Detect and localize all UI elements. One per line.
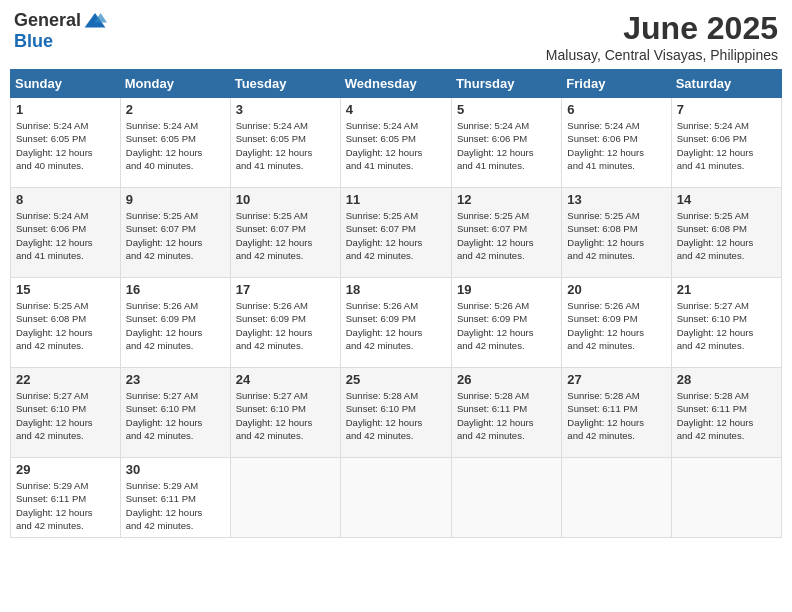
day-number: 27 [567,372,665,387]
table-row: 4Sunrise: 5:24 AM Sunset: 6:05 PM Daylig… [340,98,451,188]
day-number: 18 [346,282,446,297]
day-number: 23 [126,372,225,387]
day-number: 30 [126,462,225,477]
table-row [562,458,671,538]
day-number: 3 [236,102,335,117]
day-info: Sunrise: 5:26 AM Sunset: 6:09 PM Dayligh… [346,299,446,352]
table-row: 16Sunrise: 5:26 AM Sunset: 6:09 PM Dayli… [120,278,230,368]
calendar-table: Sunday Monday Tuesday Wednesday Thursday… [10,69,782,538]
day-info: Sunrise: 5:24 AM Sunset: 6:06 PM Dayligh… [457,119,556,172]
table-row: 15Sunrise: 5:25 AM Sunset: 6:08 PM Dayli… [11,278,121,368]
day-number: 11 [346,192,446,207]
day-number: 28 [677,372,776,387]
header-friday: Friday [562,70,671,98]
day-info: Sunrise: 5:24 AM Sunset: 6:05 PM Dayligh… [126,119,225,172]
month-title: June 2025 [546,10,778,47]
day-info: Sunrise: 5:28 AM Sunset: 6:11 PM Dayligh… [677,389,776,442]
day-number: 25 [346,372,446,387]
day-info: Sunrise: 5:29 AM Sunset: 6:11 PM Dayligh… [126,479,225,532]
day-number: 29 [16,462,115,477]
day-number: 20 [567,282,665,297]
table-row: 24Sunrise: 5:27 AM Sunset: 6:10 PM Dayli… [230,368,340,458]
day-info: Sunrise: 5:25 AM Sunset: 6:07 PM Dayligh… [126,209,225,262]
day-info: Sunrise: 5:25 AM Sunset: 6:08 PM Dayligh… [677,209,776,262]
day-info: Sunrise: 5:25 AM Sunset: 6:07 PM Dayligh… [346,209,446,262]
day-number: 10 [236,192,335,207]
day-number: 12 [457,192,556,207]
table-row: 23Sunrise: 5:27 AM Sunset: 6:10 PM Dayli… [120,368,230,458]
table-row [230,458,340,538]
day-number: 14 [677,192,776,207]
table-row: 19Sunrise: 5:26 AM Sunset: 6:09 PM Dayli… [451,278,561,368]
day-info: Sunrise: 5:25 AM Sunset: 6:08 PM Dayligh… [567,209,665,262]
day-info: Sunrise: 5:27 AM Sunset: 6:10 PM Dayligh… [677,299,776,352]
table-row: 29Sunrise: 5:29 AM Sunset: 6:11 PM Dayli… [11,458,121,538]
page-header: General Blue June 2025 Malusay, Central … [10,10,782,63]
day-number: 6 [567,102,665,117]
day-number: 22 [16,372,115,387]
logo-icon [83,11,107,31]
day-number: 21 [677,282,776,297]
logo: General Blue [14,10,107,52]
day-number: 26 [457,372,556,387]
table-row: 17Sunrise: 5:26 AM Sunset: 6:09 PM Dayli… [230,278,340,368]
table-row: 9Sunrise: 5:25 AM Sunset: 6:07 PM Daylig… [120,188,230,278]
table-row: 5Sunrise: 5:24 AM Sunset: 6:06 PM Daylig… [451,98,561,188]
table-row: 11Sunrise: 5:25 AM Sunset: 6:07 PM Dayli… [340,188,451,278]
day-number: 16 [126,282,225,297]
day-number: 2 [126,102,225,117]
day-number: 7 [677,102,776,117]
day-info: Sunrise: 5:26 AM Sunset: 6:09 PM Dayligh… [126,299,225,352]
day-info: Sunrise: 5:24 AM Sunset: 6:05 PM Dayligh… [16,119,115,172]
header-sunday: Sunday [11,70,121,98]
day-number: 1 [16,102,115,117]
day-info: Sunrise: 5:26 AM Sunset: 6:09 PM Dayligh… [457,299,556,352]
day-info: Sunrise: 5:26 AM Sunset: 6:09 PM Dayligh… [236,299,335,352]
table-row: 26Sunrise: 5:28 AM Sunset: 6:11 PM Dayli… [451,368,561,458]
table-row: 27Sunrise: 5:28 AM Sunset: 6:11 PM Dayli… [562,368,671,458]
table-row: 10Sunrise: 5:25 AM Sunset: 6:07 PM Dayli… [230,188,340,278]
table-row: 3Sunrise: 5:24 AM Sunset: 6:05 PM Daylig… [230,98,340,188]
day-info: Sunrise: 5:25 AM Sunset: 6:07 PM Dayligh… [236,209,335,262]
day-info: Sunrise: 5:28 AM Sunset: 6:11 PM Dayligh… [457,389,556,442]
day-info: Sunrise: 5:24 AM Sunset: 6:05 PM Dayligh… [236,119,335,172]
table-row: 1Sunrise: 5:24 AM Sunset: 6:05 PM Daylig… [11,98,121,188]
day-info: Sunrise: 5:27 AM Sunset: 6:10 PM Dayligh… [126,389,225,442]
day-number: 19 [457,282,556,297]
day-info: Sunrise: 5:24 AM Sunset: 6:06 PM Dayligh… [16,209,115,262]
day-info: Sunrise: 5:29 AM Sunset: 6:11 PM Dayligh… [16,479,115,532]
day-number: 4 [346,102,446,117]
table-row: 13Sunrise: 5:25 AM Sunset: 6:08 PM Dayli… [562,188,671,278]
header-saturday: Saturday [671,70,781,98]
table-row: 2Sunrise: 5:24 AM Sunset: 6:05 PM Daylig… [120,98,230,188]
day-info: Sunrise: 5:26 AM Sunset: 6:09 PM Dayligh… [567,299,665,352]
day-number: 5 [457,102,556,117]
table-row: 25Sunrise: 5:28 AM Sunset: 6:10 PM Dayli… [340,368,451,458]
logo-blue: Blue [14,31,53,51]
table-row: 30Sunrise: 5:29 AM Sunset: 6:11 PM Dayli… [120,458,230,538]
header-monday: Monday [120,70,230,98]
header-wednesday: Wednesday [340,70,451,98]
title-area: June 2025 Malusay, Central Visayas, Phil… [546,10,778,63]
table-row: 14Sunrise: 5:25 AM Sunset: 6:08 PM Dayli… [671,188,781,278]
table-row: 20Sunrise: 5:26 AM Sunset: 6:09 PM Dayli… [562,278,671,368]
table-row: 22Sunrise: 5:27 AM Sunset: 6:10 PM Dayli… [11,368,121,458]
day-info: Sunrise: 5:24 AM Sunset: 6:05 PM Dayligh… [346,119,446,172]
header-thursday: Thursday [451,70,561,98]
table-row [340,458,451,538]
day-number: 24 [236,372,335,387]
day-number: 9 [126,192,225,207]
day-info: Sunrise: 5:24 AM Sunset: 6:06 PM Dayligh… [567,119,665,172]
table-row [451,458,561,538]
day-info: Sunrise: 5:28 AM Sunset: 6:10 PM Dayligh… [346,389,446,442]
day-info: Sunrise: 5:27 AM Sunset: 6:10 PM Dayligh… [236,389,335,442]
day-number: 15 [16,282,115,297]
day-number: 17 [236,282,335,297]
table-row: 28Sunrise: 5:28 AM Sunset: 6:11 PM Dayli… [671,368,781,458]
header-tuesday: Tuesday [230,70,340,98]
table-row: 6Sunrise: 5:24 AM Sunset: 6:06 PM Daylig… [562,98,671,188]
day-info: Sunrise: 5:27 AM Sunset: 6:10 PM Dayligh… [16,389,115,442]
logo-general: General [14,10,81,31]
day-number: 8 [16,192,115,207]
table-row: 8Sunrise: 5:24 AM Sunset: 6:06 PM Daylig… [11,188,121,278]
